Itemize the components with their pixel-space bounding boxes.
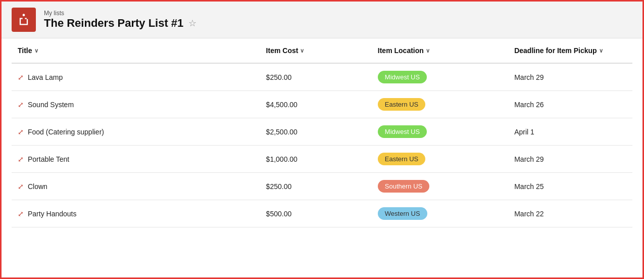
table-row: ⤢ Party Handouts $500.00Western USMarch … (12, 200, 632, 227)
expand-icon[interactable]: ⤢ (18, 128, 24, 136)
location-badge: Western US (378, 207, 427, 220)
expand-icon[interactable]: ⤢ (18, 101, 24, 109)
app-icon (12, 8, 36, 32)
sort-icon-location: ∨ (426, 48, 430, 54)
page-title: The Reinders Party List #1 (44, 17, 183, 30)
item-cost: $500.00 (260, 200, 372, 227)
item-cost: $2,500.00 (260, 118, 372, 146)
items-table: Title ∨ Item Cost ∨ Item Location ∨ (12, 38, 632, 227)
expand-icon[interactable]: ⤢ (18, 155, 24, 163)
col-header-title[interactable]: Title ∨ (12, 38, 260, 63)
item-deadline: March 22 (508, 200, 632, 227)
table-row: ⤢ Clown $250.00Southern USMarch 25 (12, 173, 632, 200)
expand-icon[interactable]: ⤢ (18, 182, 24, 191)
location-badge: Southern US (378, 180, 429, 193)
location-badge: Eastern US (378, 153, 425, 165)
item-title: Party Handouts (28, 210, 77, 218)
expand-icon[interactable]: ⤢ (18, 73, 24, 81)
item-cost: $1,000.00 (260, 146, 372, 173)
item-cost: $4,500.00 (260, 91, 372, 118)
sort-icon-deadline: ∨ (599, 48, 603, 54)
col-header-location[interactable]: Item Location ∨ (372, 38, 508, 63)
item-deadline: March 26 (508, 91, 632, 118)
item-title: Sound System (28, 101, 74, 109)
header-text-block: My lists The Reinders Party List #1 ☆ (44, 10, 196, 30)
item-deadline: March 29 (508, 63, 632, 91)
item-title: Lava Lamp (28, 73, 63, 81)
location-badge: Eastern US (378, 98, 425, 111)
table-row: ⤢ Food (Catering supplier) $2,500.00Midw… (12, 118, 632, 146)
location-badge: Midwest US (378, 71, 427, 83)
item-title: Food (Catering supplier) (28, 128, 104, 136)
breadcrumb: My lists (44, 10, 196, 17)
item-deadline: March 29 (508, 146, 632, 173)
item-deadline: March 25 (508, 173, 632, 200)
table-row: ⤢ Sound System $4,500.00Eastern USMarch … (12, 91, 632, 118)
table-row: ⤢ Portable Tent $1,000.00Eastern USMarch… (12, 146, 632, 173)
sort-icon-cost: ∨ (300, 48, 304, 54)
item-title: Clown (28, 182, 47, 191)
item-cost: $250.00 (260, 63, 372, 91)
table-header-row: Title ∨ Item Cost ∨ Item Location ∨ (12, 38, 632, 63)
expand-icon[interactable]: ⤢ (18, 210, 24, 218)
col-header-cost[interactable]: Item Cost ∨ (260, 38, 372, 63)
item-deadline: April 1 (508, 118, 632, 146)
location-badge: Midwest US (378, 125, 427, 138)
sort-icon-title: ∨ (34, 48, 38, 54)
favorite-star-icon[interactable]: ☆ (188, 18, 196, 29)
table-row: ⤢ Lava Lamp $250.00Midwest USMarch 29 (12, 63, 632, 91)
table-container: Title ∨ Item Cost ∨ Item Location ∨ (2, 38, 642, 227)
page-header: My lists The Reinders Party List #1 ☆ (2, 2, 642, 38)
item-title: Portable Tent (28, 155, 69, 163)
col-header-deadline[interactable]: Deadline for Item Pickup ∨ (508, 38, 632, 63)
item-cost: $250.00 (260, 173, 372, 200)
